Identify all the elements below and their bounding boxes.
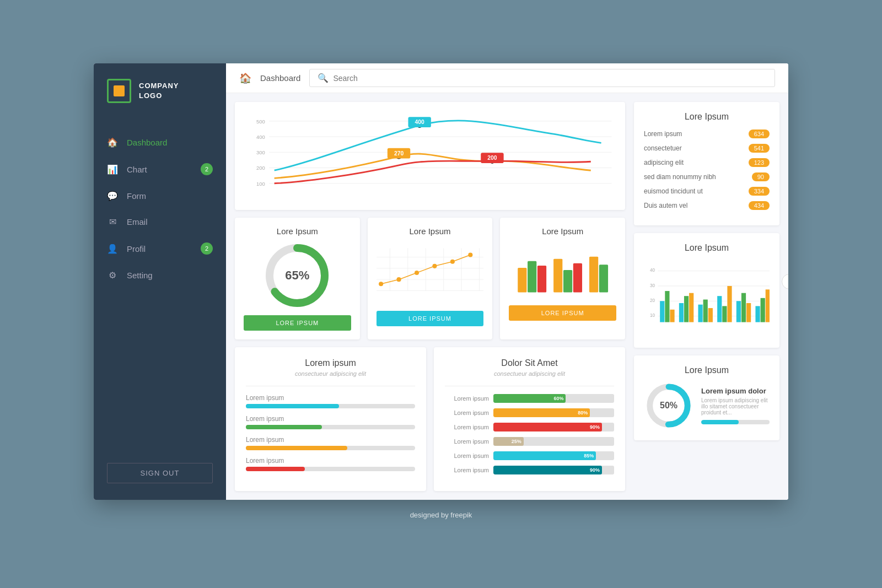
donut-small-info-title: Lorem ipsum dolor — [701, 387, 770, 395]
svg-text:30: 30 — [650, 283, 655, 288]
svg-rect-65 — [736, 301, 741, 322]
hbar-card: Dolor Sit Amet consectueur adipiscing el… — [434, 347, 625, 491]
svg-rect-37 — [518, 268, 527, 293]
hbar-card-title: Dolor Sit Amet — [445, 358, 614, 368]
sidebar: COMPANY LOGO 🏠 Dashboard 📊 Chart 2 💬 For… — [94, 63, 226, 500]
donut-btn[interactable]: LORE IPSUM — [244, 315, 351, 331]
list-card: Lore Ipsum Lorem ipsum 634 consectetuer … — [634, 102, 779, 225]
list-item-3: adipiscing elit 123 — [644, 158, 770, 167]
list-item-6: Duis autem vel 434 — [644, 201, 770, 210]
topbar-search-box[interactable]: 🔍 — [309, 69, 775, 87]
logo-area: COMPANY LOGO — [94, 63, 226, 118]
svg-rect-58 — [689, 293, 693, 322]
sidebar-item-setting[interactable]: ⚙ Setting — [94, 262, 226, 288]
hbar-item-6: Lorem ipsum 90% — [445, 466, 614, 474]
donut-label: 65% — [285, 268, 309, 283]
topbar-home-icon: 🏠 — [239, 72, 251, 84]
main-content: ‹ 🏠 Dashboard 🔍 — [226, 63, 788, 500]
svg-text:20: 20 — [650, 298, 655, 303]
search-input[interactable] — [333, 74, 767, 83]
donut-small-card: Lore Ipsum 50% Lorem ipsum dolor Lorem i… — [634, 355, 779, 440]
progress-card-sub: consectueur adipiscing elit — [246, 370, 415, 377]
list-item-1: Lorem ipsum 634 — [644, 130, 770, 138]
progress-card-title: Lorem ipsum — [246, 358, 415, 368]
sidebar-item-dashboard[interactable]: 🏠 Dashboard — [94, 130, 226, 155]
donut-small-wrap: 50% — [644, 381, 693, 430]
scatter-btn[interactable]: LORE IPSUM — [377, 311, 484, 326]
svg-rect-42 — [573, 263, 582, 293]
sidebar-item-label: Form — [127, 191, 146, 201]
hbar-item-3: Lorem ipsum 90% — [445, 423, 614, 431]
svg-point-34 — [432, 264, 437, 268]
progress-card: Lorem ipsum consectueur adipiscing elit … — [235, 347, 426, 491]
donut-small-info-text: Lorem ipsum adipiscing elit illo sitamet… — [701, 397, 770, 416]
svg-rect-63 — [722, 306, 727, 322]
svg-rect-39 — [537, 266, 546, 293]
home-icon: 🏠 — [107, 137, 118, 148]
svg-text:400: 400 — [256, 134, 265, 140]
form-icon: 💬 — [107, 191, 118, 201]
svg-rect-55 — [670, 310, 674, 322]
donut-small-title: Lore Ipsum — [644, 365, 770, 375]
svg-rect-61 — [708, 308, 713, 322]
svg-text:270: 270 — [394, 150, 404, 157]
scatter-card-title: Lore Ipsum — [377, 226, 484, 236]
sidebar-item-chart[interactable]: 📊 Chart 2 — [94, 155, 226, 183]
chart-badge: 2 — [201, 163, 213, 175]
svg-text:500: 500 — [256, 118, 265, 125]
donut-small-info: Lorem ipsum dolor Lorem ipsum adipiscing… — [701, 387, 770, 424]
sidebar-item-profil[interactable]: 👤 Profil 2 — [94, 235, 226, 262]
svg-text:200: 200 — [256, 165, 265, 171]
setting-icon: ⚙ — [107, 270, 118, 280]
profil-badge: 2 — [201, 242, 213, 255]
line-chart-svg: 500 400 300 200 100 270 — [244, 111, 616, 199]
sidebar-item-label: Dashboard — [127, 138, 167, 147]
logo-icon — [107, 79, 131, 103]
list-item-4: sed diam nonummy nibh 90 — [644, 172, 770, 181]
sidebar-item-email[interactable]: ✉ Email — [94, 209, 226, 235]
svg-rect-67 — [746, 303, 751, 322]
svg-text:200: 200 — [487, 155, 497, 161]
grouped-bar-card: Lore Ipsum 40 30 20 10 — [634, 233, 779, 348]
search-icon: 🔍 — [318, 73, 329, 83]
svg-rect-64 — [727, 286, 732, 322]
topbar-breadcrumb: Dashboard — [260, 73, 300, 83]
list-item-2: consectetuer 541 — [644, 144, 770, 153]
svg-rect-41 — [563, 270, 572, 293]
svg-point-33 — [415, 271, 419, 275]
bar-middle-btn[interactable]: LORE IPSUM — [509, 305, 616, 321]
svg-rect-62 — [717, 296, 722, 322]
sign-out-button[interactable]: SIGN OUT — [107, 463, 213, 483]
svg-rect-53 — [660, 301, 664, 322]
svg-text:100: 100 — [256, 181, 265, 187]
sidebar-item-form[interactable]: 💬 Form — [94, 183, 226, 209]
sidebar-item-label: Email — [127, 217, 148, 226]
svg-rect-40 — [553, 259, 562, 293]
profil-icon: 👤 — [107, 244, 118, 254]
svg-point-35 — [450, 260, 455, 264]
svg-rect-56 — [679, 303, 684, 322]
line-chart-card: 500 400 300 200 100 270 — [235, 102, 625, 210]
hbar-item-5: Lorem ipsum 85% — [445, 451, 614, 460]
donut-small-label: 50% — [660, 401, 677, 411]
grouped-bar-title: Lore Ipsum — [644, 243, 770, 253]
svg-rect-57 — [684, 296, 689, 322]
hbar-item-4: Lorem ipsum 25% — [445, 437, 614, 446]
svg-text:400: 400 — [415, 119, 425, 125]
sidebar-item-label: Setting — [127, 271, 153, 280]
svg-rect-66 — [741, 293, 746, 322]
svg-rect-43 — [589, 257, 598, 293]
progress-item-1: Lorem ipsum — [246, 394, 415, 408]
svg-rect-70 — [766, 289, 770, 322]
bar-middle-title: Lore Ipsum — [509, 226, 616, 236]
svg-text:300: 300 — [256, 149, 265, 155]
progress-item-3: Lorem ipsum — [246, 436, 415, 450]
topbar: 🏠 Dashboard 🔍 — [226, 63, 788, 93]
svg-text:40: 40 — [650, 268, 655, 273]
svg-rect-38 — [528, 261, 536, 293]
svg-point-31 — [379, 282, 383, 286]
svg-rect-59 — [698, 305, 702, 322]
list-card-title: Lore Ipsum — [644, 112, 770, 122]
footer-credit: designed by freepik — [405, 505, 478, 525]
logo-text: COMPANY LOGO — [139, 81, 179, 101]
